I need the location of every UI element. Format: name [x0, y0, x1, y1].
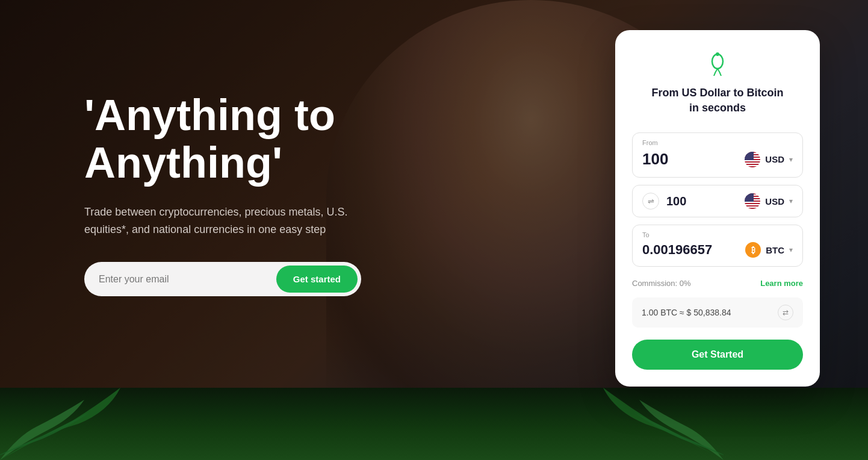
hero-subtext: Trade between cryptocurrencies, precious… [84, 204, 361, 238]
plant-left [0, 388, 150, 460]
to-label: To [642, 231, 793, 238]
from-chevron-icon: ▾ [789, 155, 793, 164]
from-label: From [642, 139, 793, 146]
commission-row: Commission: 0% Learn more [632, 279, 803, 288]
commission-text: Commission: 0% [632, 279, 691, 288]
middle-amount: 100 [666, 194, 686, 208]
hero-get-started-button[interactable]: Get started [276, 266, 358, 293]
to-section: To 0.00196657 ₿ BTC ▾ [632, 225, 803, 267]
svg-point-1 [716, 52, 719, 56]
from-field-row: 100 USD ▾ [642, 150, 793, 169]
leaf-svg-right [573, 388, 724, 460]
card-title: From US Dollar to Bitcoin in seconds [632, 85, 803, 116]
middle-currency-code: USD [765, 196, 784, 207]
card-get-started-button[interactable]: Get Started [632, 340, 803, 370]
from-section: From 100 USD ▾ [632, 132, 803, 178]
from-amount: 100 [642, 150, 668, 169]
bottom-plants-area [0, 388, 868, 460]
to-chevron-icon: ▾ [789, 246, 793, 254]
to-field-row: 0.00196657 ₿ BTC ▾ [642, 242, 793, 258]
rate-row: 1.00 BTC ≈ $ 50,838.84 ⇄ [632, 297, 803, 328]
to-currency-code: BTC [766, 245, 784, 255]
leaf-svg-left [0, 388, 150, 460]
hero-headline: 'Anything to Anything' [84, 92, 421, 187]
middle-chevron-icon: ▾ [789, 197, 793, 205]
to-amount: 0.00196657 [642, 242, 712, 258]
email-form: Get started [84, 262, 361, 296]
exchange-arrows-icon: ⇌ [642, 193, 659, 210]
hero-text-block: 'Anything to Anything' Trade between cry… [84, 92, 421, 297]
card-logo-area [632, 49, 803, 76]
learn-more-link[interactable]: Learn more [760, 279, 803, 288]
usd-flag-middle [745, 193, 760, 209]
from-currency-code: USD [765, 154, 784, 164]
converter-card: From US Dollar to Bitcoin in seconds Fro… [615, 30, 820, 387]
email-input[interactable] [99, 274, 276, 285]
rate-text: 1.00 BTC ≈ $ 50,838.84 [642, 308, 731, 317]
middle-currency-selector[interactable]: USD ▾ [745, 193, 793, 209]
btc-icon: ₿ [745, 242, 761, 258]
exchange-row: ⇌ 100 USD ▾ [632, 185, 803, 217]
to-currency-selector[interactable]: ₿ BTC ▾ [745, 242, 793, 258]
refresh-icon[interactable]: ⇄ [778, 305, 793, 320]
plant-right [573, 388, 724, 460]
from-currency-selector[interactable]: USD ▾ [745, 152, 793, 167]
uphold-logo-icon [704, 49, 731, 76]
usd-flag-from [745, 152, 760, 167]
svg-point-0 [712, 54, 723, 69]
